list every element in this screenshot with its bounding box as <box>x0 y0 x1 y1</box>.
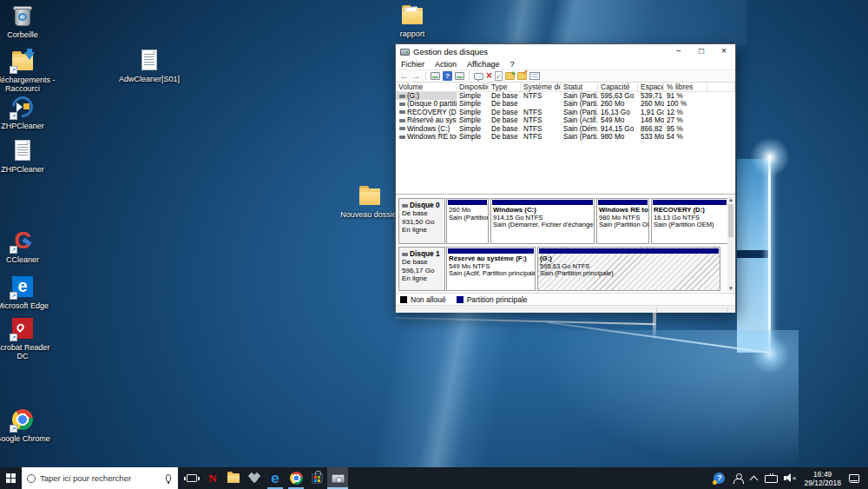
partition-disk0-oem260[interactable]: 260 Mo Sain (Partition ( <box>446 198 489 244</box>
start-button[interactable] <box>0 467 22 489</box>
disk-1-block: Disque 1 De base 596,17 Go En ligne Rése… <box>398 247 727 291</box>
column-header[interactable] <box>707 83 735 91</box>
disk-management-app-icon <box>400 49 410 56</box>
action-center-icon[interactable] <box>849 474 859 483</box>
desktop-icon-label: Acrobat Reader DC <box>0 343 56 360</box>
window-title: Gestion des disques <box>413 47 488 56</box>
partition-windows-re[interactable]: Windows RE tools 980 Mo NTFS Sain (Parti… <box>596 198 649 244</box>
help-notification-icon[interactable]: ? <box>713 472 725 484</box>
console-tree-icon[interactable] <box>431 72 440 80</box>
vertical-scrollbar[interactable]: ▲ ▼ <box>727 196 734 292</box>
file-explorer-icon <box>227 473 240 483</box>
partition-g-selected[interactable]: (G:) 595,63 Go NTFS Sain (Partition prin… <box>537 247 720 291</box>
disk-0-label[interactable]: Disque 0 De base 931,50 Go En ligne <box>398 198 445 244</box>
partition-recovery-d[interactable]: RECOVERY (D:) 16,13 Go NTFS Sain (Partit… <box>651 198 728 244</box>
disk-management-window: Gestion des disques − □ × Fichier Action… <box>395 43 736 313</box>
column-header[interactable]: Capacité <box>598 83 638 91</box>
task-view-icon <box>187 474 197 482</box>
properties-icon[interactable] <box>474 73 483 80</box>
table-row[interactable]: (Disque 0 partition... Simple De base Sa… <box>396 100 735 108</box>
column-header[interactable]: Système de ... <box>521 83 561 91</box>
desktop-icon-label: Google Chrome <box>0 434 56 443</box>
help-icon[interactable]: ? <box>443 71 452 81</box>
people-icon[interactable] <box>733 473 743 484</box>
downloads-folder-icon: ↗ <box>10 50 36 74</box>
netflix-icon: N <box>208 472 216 486</box>
volume-muted-icon[interactable]: × <box>784 473 796 483</box>
task-view-button[interactable] <box>181 467 202 489</box>
legend-unallocated: Non alloué <box>400 295 446 304</box>
shortcut-arrow-icon: ↗ <box>10 246 17 254</box>
taskbar-file-explorer[interactable] <box>223 467 244 489</box>
taskbar-search-box[interactable]: Taper ici pour rechercher <box>22 467 178 489</box>
desktop-icon-zhpcleaner-app[interactable]: ↗ ZHPCleaner <box>0 96 56 130</box>
taskbar-store[interactable] <box>306 467 327 489</box>
taskbar-netflix[interactable]: N <box>202 467 223 489</box>
desktop-icon-zhpcleaner-doc[interactable]: ZHPCleaner <box>0 139 56 174</box>
delete-icon[interactable]: × <box>486 71 492 81</box>
partition-windows-c[interactable]: Windows (C:) 914,15 Go NTFS Sain (Démarr… <box>490 198 595 244</box>
edge-icon: e <box>271 471 279 486</box>
column-header[interactable]: Espace li... <box>638 83 664 91</box>
wallpaper-logo-divider <box>653 312 656 340</box>
column-header[interactable]: Statut <box>561 83 598 91</box>
chrome-icon: ↗ <box>10 408 36 433</box>
table-row[interactable]: Windows RE tools Simple De base NTFS Sai… <box>396 133 735 141</box>
column-header[interactable]: Disposition <box>457 83 489 91</box>
scrollbar-thumb[interactable] <box>728 204 733 237</box>
edit-folder-icon[interactable] <box>517 72 527 80</box>
window-titlebar[interactable]: Gestion des disques − □ × <box>396 44 735 59</box>
forward-icon[interactable]: → <box>411 71 421 81</box>
desktop-icon-acrobat[interactable]: ↗ Acrobat Reader DC <box>0 317 56 360</box>
menu-action[interactable]: Action <box>430 59 462 69</box>
desktop-icon-nouveau-dossier[interactable]: Nouveau dossier <box>337 184 403 219</box>
partition-reserve-f[interactable]: Réservé au système (F:) 549 Mo NTFS Sain… <box>446 247 536 291</box>
desktop-icon-edge[interactable]: e ↗ Microsoft Edge <box>0 275 56 310</box>
taskbar-clock[interactable]: 16:49 29/12/2018 <box>804 470 841 487</box>
maximize-button[interactable]: □ <box>690 44 713 59</box>
primary-partition-color-swatch <box>457 296 464 303</box>
scroll-up-icon[interactable]: ▲ <box>727 196 734 203</box>
desktop-icon-corbeille[interactable]: Corbeille <box>0 4 56 39</box>
wallpaper-logo-pane-bottom <box>737 258 769 353</box>
table-row[interactable]: RECOVERY (D:) Simple De base NTFS Sain (… <box>396 109 735 116</box>
volume-icon <box>399 110 405 114</box>
hidden-icons-chevron[interactable] <box>750 475 759 484</box>
menu-affichage[interactable]: Affichage <box>462 59 504 69</box>
menu-aide[interactable]: ? <box>504 59 519 69</box>
taskbar-chrome[interactable] <box>286 467 306 489</box>
table-row[interactable]: Réservé au systèm... Simple De base NTFS… <box>396 116 735 124</box>
wallpaper-logo-bottom-line <box>547 321 772 354</box>
desktop-icon-rapport[interactable]: rapport <box>379 3 445 38</box>
taskbar-disk-management[interactable] <box>327 467 348 489</box>
desktop-icon-telechargements[interactable]: ↗ Téléchargements - Raccourci <box>0 50 56 93</box>
close-button[interactable]: × <box>713 44 735 59</box>
column-header[interactable]: Volume <box>396 83 457 91</box>
check-document-icon[interactable] <box>495 71 503 81</box>
cortana-icon <box>27 474 36 483</box>
desktop-icon-label: rapport <box>379 30 445 38</box>
scroll-down-icon[interactable]: ▼ <box>727 285 734 292</box>
network-icon[interactable] <box>765 473 776 483</box>
clock-time: 16:49 <box>804 470 841 479</box>
table-row[interactable]: Windows (C:) Simple De base NTFS Sain (D… <box>396 125 735 133</box>
desktop-icon-chrome[interactable]: ↗ Google Chrome <box>0 408 56 443</box>
desktop-icon-adwcleaner[interactable]: AdwCleaner[S01] <box>116 49 182 83</box>
minimize-button[interactable]: − <box>667 44 690 59</box>
open-folder-icon <box>399 3 425 28</box>
microphone-icon[interactable] <box>166 474 171 482</box>
volume-icon <box>399 102 405 106</box>
taskbar-dropbox[interactable] <box>244 467 265 489</box>
show-console-icon[interactable] <box>455 72 464 80</box>
disk-1-label[interactable]: Disque 1 De base 596,17 Go En ligne <box>398 247 445 291</box>
partition-color-stripe <box>492 200 593 205</box>
table-row[interactable]: (G:) Simple De base NTFS Sain (Parti... … <box>396 92 735 100</box>
column-header[interactable]: % libres <box>664 83 707 91</box>
taskbar-edge[interactable]: e <box>265 467 286 489</box>
back-icon[interactable]: ← <box>399 71 409 81</box>
new-folder-icon[interactable] <box>505 72 515 80</box>
details-view-icon[interactable] <box>529 72 540 80</box>
menu-fichier[interactable]: Fichier <box>396 59 430 69</box>
column-header[interactable]: Type <box>489 83 521 91</box>
desktop-icon-ccleaner[interactable]: C ↗ CCleaner <box>0 229 56 264</box>
